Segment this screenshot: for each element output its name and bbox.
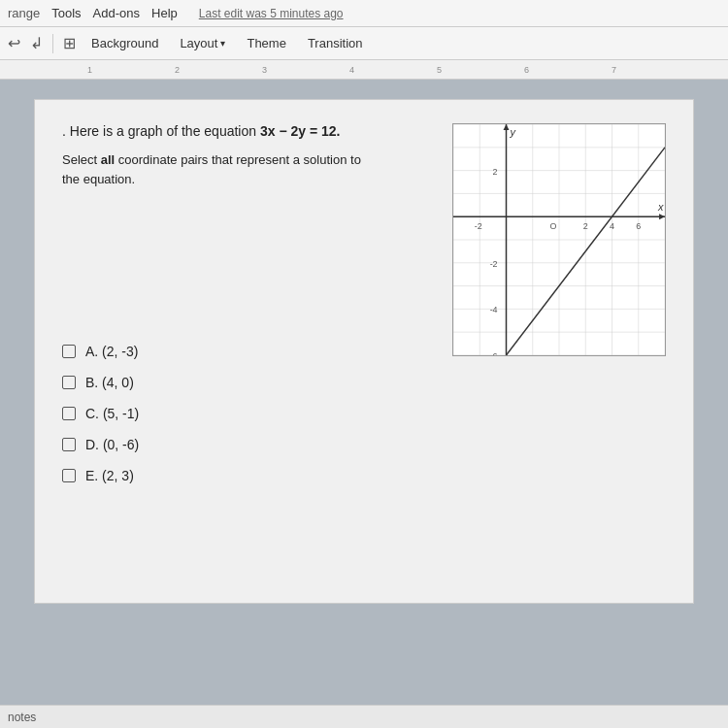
menu-bar: range Tools Add-ons Help Last edit was 5…	[0, 0, 728, 27]
choice-b-text: B. (4, 0)	[85, 375, 134, 390]
layout-button[interactable]: Layout ▾	[174, 34, 231, 52]
ruler-tick-1: 1	[87, 65, 92, 75]
graph-container: x y O -2 2 4 6 2 -2 -4 -6	[452, 123, 666, 356]
choice-b[interactable]: B. (4, 0)	[62, 375, 666, 390]
ruler-tick-6: 6	[524, 65, 529, 75]
choice-d-text: D. (0, -6)	[85, 437, 139, 452]
main-area: . Here is a graph of the equation 3x − 2…	[0, 80, 728, 705]
choice-b-bullet[interactable]	[62, 376, 76, 389]
svg-text:2: 2	[493, 167, 498, 177]
svg-text:2: 2	[583, 221, 588, 231]
ruler-tick-5: 5	[437, 65, 442, 75]
svg-text:x: x	[657, 201, 664, 213]
svg-text:-2: -2	[475, 221, 482, 231]
choice-e[interactable]: E. (2, 3)	[62, 468, 666, 483]
choice-d-bullet[interactable]	[62, 438, 76, 451]
choice-c-bullet[interactable]	[62, 407, 76, 420]
choice-a-bullet[interactable]	[62, 345, 76, 358]
background-button[interactable]: Background	[85, 34, 164, 52]
layout-label: Layout	[180, 36, 217, 50]
instruction-prefix: Select	[62, 152, 101, 167]
choice-e-bullet[interactable]	[62, 469, 76, 482]
svg-text:-4: -4	[490, 305, 498, 314]
toolbar-divider-1	[52, 34, 53, 53]
svg-text:-6: -6	[490, 351, 498, 356]
last-edit-text: Last edit was 5 minutes ago	[199, 7, 344, 20]
question-prefix: Here is a graph of the equation	[70, 123, 260, 139]
transition-button[interactable]: Transition	[302, 34, 369, 52]
graph-svg: x y O -2 2 4 6 2 -2 -4 -6	[452, 123, 666, 356]
back-icon[interactable]: ↲	[30, 34, 43, 52]
choice-e-text: E. (2, 3)	[85, 468, 134, 483]
ruler: 1 2 3 4 5 6 7	[0, 60, 728, 80]
ruler-tick-4: 4	[349, 65, 354, 75]
svg-text:4: 4	[610, 221, 614, 231]
choice-c[interactable]: C. (5, -1)	[62, 406, 666, 421]
menu-tools[interactable]: Tools	[51, 6, 81, 20]
bottom-bar: notes	[0, 705, 728, 728]
choice-d[interactable]: D. (0, -6)	[62, 437, 666, 452]
notes-label[interactable]: notes	[8, 711, 36, 724]
ruler-tick-7: 7	[612, 65, 616, 75]
menu-help[interactable]: Help	[151, 6, 178, 20]
theme-label: Theme	[247, 36, 285, 50]
menu-addons[interactable]: Add-ons	[93, 6, 140, 20]
toolbar: ↩ ↲ ⊞ Background Layout ▾ Theme Transiti…	[0, 27, 728, 60]
background-label: Background	[91, 36, 158, 50]
menu-range[interactable]: range	[8, 6, 40, 20]
svg-text:y: y	[509, 126, 515, 138]
equation-text: 3x − 2y = 12.	[260, 123, 341, 139]
frame-icon[interactable]: ⊞	[63, 34, 76, 52]
undo-icon[interactable]: ↩	[8, 34, 20, 52]
answer-choices: A. (2, -3) B. (4, 0) C. (5, -1) D. (0, -…	[62, 344, 666, 483]
choice-a-text: A. (2, -3)	[85, 344, 138, 359]
ruler-tick-3: 3	[262, 65, 267, 75]
layout-dropdown-arrow: ▾	[220, 38, 225, 49]
theme-button[interactable]: Theme	[241, 34, 291, 52]
instruction-bold: all	[101, 152, 115, 167]
svg-text:-2: -2	[490, 259, 498, 269]
ruler-tick-2: 2	[175, 65, 180, 75]
slide-card: . Here is a graph of the equation 3x − 2…	[34, 99, 694, 604]
transition-label: Transition	[308, 36, 363, 50]
svg-text:O: O	[550, 221, 557, 231]
choice-c-text: C. (5, -1)	[85, 406, 139, 421]
svg-text:6: 6	[636, 221, 641, 231]
